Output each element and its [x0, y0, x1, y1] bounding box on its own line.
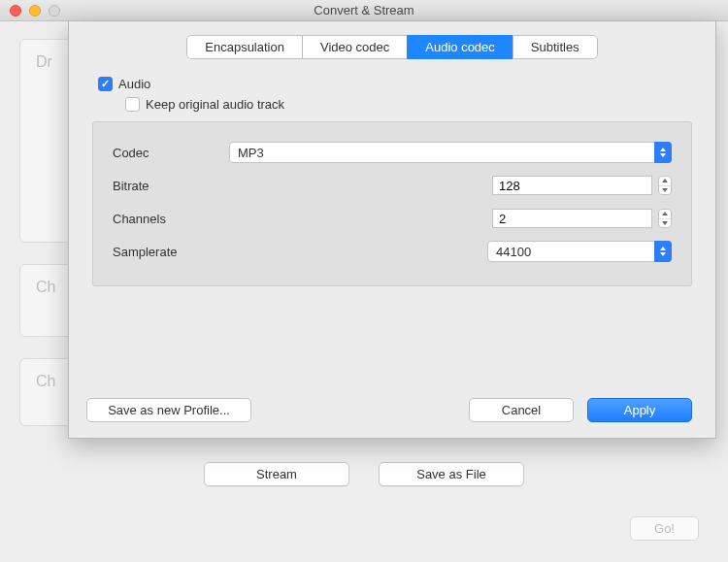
go-button: Go!	[630, 516, 699, 541]
chevron-up-icon[interactable]	[659, 177, 671, 185]
channels-input[interactable]	[492, 209, 652, 228]
tab-bar: Encapsulation Video codec Audio codec Su…	[69, 35, 715, 59]
chevron-up-icon[interactable]	[659, 210, 671, 218]
settings-sheet: Encapsulation Video codec Audio codec Su…	[68, 21, 716, 439]
chevron-updown-icon	[654, 142, 672, 163]
save-as-new-profile-button[interactable]: Save as new Profile...	[86, 398, 251, 422]
sheet-bottom-buttons: Save as new Profile... Cancel Apply	[86, 398, 692, 422]
keep-original-checkbox[interactable]	[125, 97, 140, 112]
samplerate-value: 44100	[496, 245, 531, 259]
tab-audio-codec[interactable]: Audio codec	[407, 35, 513, 59]
channels-label: Channels	[113, 212, 229, 226]
audio-checkbox-label: Audio	[118, 77, 150, 91]
codec-popup[interactable]: MP3	[229, 142, 672, 163]
tab-subtitles[interactable]: Subtitles	[513, 35, 598, 59]
samplerate-label: Samplerate	[113, 245, 229, 259]
save-as-file-button[interactable]: Save as File	[379, 462, 524, 486]
bottom-buttons: Stream Save as File	[0, 462, 728, 486]
window-title-bar: Convert & Stream	[0, 0, 728, 21]
box-hint: Dr	[36, 53, 52, 70]
stream-button[interactable]: Stream	[204, 462, 349, 486]
channels-stepper[interactable]	[658, 209, 672, 228]
bitrate-label: Bitrate	[113, 179, 229, 193]
keep-original-checkbox-label: Keep original audio track	[146, 97, 284, 112]
codec-value: MP3	[238, 146, 264, 160]
checkbox-area: Audio Keep original audio track	[69, 59, 715, 112]
window-title: Convert & Stream	[0, 3, 728, 17]
audio-form: Codec MP3 Bitrate Channels	[92, 121, 692, 286]
tab-video-codec[interactable]: Video codec	[302, 35, 407, 59]
box-hint: Ch	[36, 373, 55, 389]
audio-checkbox[interactable]	[98, 77, 113, 91]
tab-encapsulation[interactable]: Encapsulation	[186, 35, 302, 59]
codec-label: Codec	[113, 146, 229, 160]
apply-button[interactable]: Apply	[587, 398, 692, 422]
box-hint: Ch	[36, 279, 55, 295]
cancel-button[interactable]: Cancel	[469, 398, 574, 422]
bitrate-stepper[interactable]	[658, 176, 672, 195]
chevron-down-icon[interactable]	[659, 185, 671, 194]
chevron-down-icon[interactable]	[659, 218, 671, 227]
bitrate-input[interactable]	[492, 176, 652, 195]
chevron-updown-icon	[654, 241, 672, 262]
samplerate-popup[interactable]: 44100	[487, 241, 672, 262]
